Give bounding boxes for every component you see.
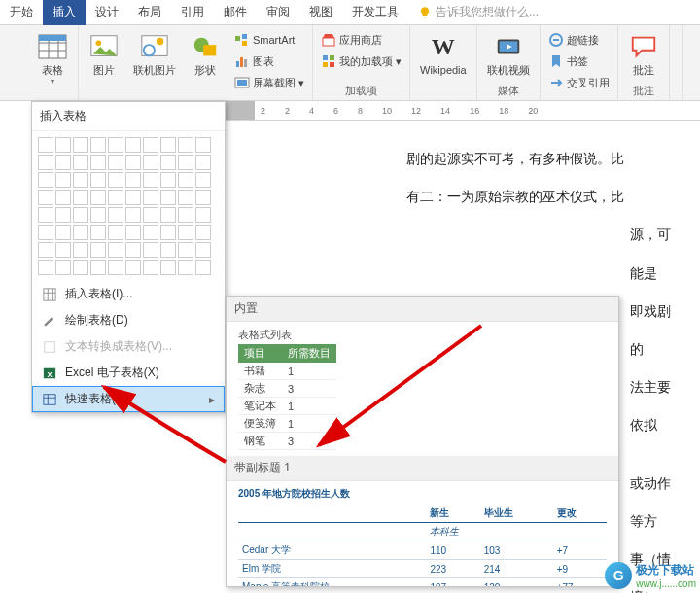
ribbon: 表格 ▾ 图片 联机图片 形状 SmartArt 图表 屏幕截图 ▾ 应用商店 … (0, 25, 700, 101)
svg-rect-20 (323, 62, 328, 67)
tab-insert[interactable]: 插入 (43, 0, 86, 25)
convert-icon (42, 339, 57, 355)
ribbon-edge (682, 25, 700, 100)
chart-button[interactable]: 图表 (232, 52, 306, 70)
ruler[interactable]: 22468101214161820 (226, 101, 700, 121)
crossref-icon (548, 75, 564, 90)
tab-references[interactable]: 引用 (171, 0, 214, 25)
table-button[interactable]: 表格 ▾ (33, 29, 72, 88)
svg-rect-19 (330, 55, 334, 60)
link-icon (548, 32, 564, 48)
tab-mail[interactable]: 邮件 (214, 0, 257, 25)
svg-text:X: X (47, 369, 52, 378)
gallery-item-tablelist[interactable]: 表格式列表 项目所需数目 书籍1 杂志3 笔记本1 便笺簿1 钢笔3 (227, 322, 618, 456)
grid-icon (42, 287, 57, 302)
tab-design[interactable]: 设计 (86, 0, 128, 25)
svg-rect-16 (237, 80, 247, 86)
svg-rect-26 (45, 341, 55, 352)
svg-rect-11 (242, 41, 247, 46)
quick-tables-gallery: 内置 表格式列表 项目所需数目 书籍1 杂志3 笔记本1 便笺簿1 钢笔3 带副… (226, 296, 619, 587)
svg-rect-14 (244, 59, 247, 67)
svg-rect-17 (323, 38, 334, 46)
svg-point-5 (157, 38, 164, 46)
svg-point-3 (96, 40, 102, 46)
gallery-section-builtin: 内置 (227, 296, 618, 322)
myaddins-button[interactable]: 我的加载项 ▾ (319, 52, 403, 70)
watermark-logo-icon: G (605, 562, 632, 589)
quick-table-icon (42, 392, 57, 407)
crossref-button[interactable]: 交叉引用 (546, 74, 612, 91)
chart-icon (234, 53, 250, 69)
svg-rect-1 (39, 35, 66, 41)
store-icon (321, 32, 336, 48)
screenshot-button[interactable]: 屏幕截图 ▾ (232, 74, 306, 91)
draw-table-menu[interactable]: 绘制表格(D) (32, 307, 225, 333)
svg-rect-10 (242, 34, 247, 39)
quick-tables-menu[interactable]: 快速表格(T)▸ (32, 386, 225, 412)
ribbon-tabs: 开始 插入 设计 布局 引用 邮件 审阅 视图 开发工具 告诉我您想做什么... (0, 0, 700, 25)
picture-icon (88, 31, 120, 62)
video-icon (493, 31, 524, 62)
tab-layout[interactable]: 布局 (128, 0, 171, 25)
bookmark-icon (548, 53, 564, 69)
wikipedia-button[interactable]: WWikipedia (416, 29, 471, 78)
table-icon (37, 31, 68, 62)
chevron-right-icon: ▸ (209, 393, 215, 406)
excel-icon: X (42, 366, 57, 381)
comment-button[interactable]: 批注 (624, 29, 663, 78)
online-video-button[interactable]: 联机视频 (483, 29, 534, 78)
bookmark-button[interactable]: 书签 (546, 52, 590, 70)
pencil-icon (42, 313, 57, 329)
table-size-grid[interactable] (32, 131, 225, 281)
gallery-section-subtitle1: 带副标题 1 (227, 456, 618, 481)
smartart-button[interactable]: SmartArt (232, 31, 306, 49)
watermark: G 极光下载站 www.j......com (605, 562, 696, 589)
svg-rect-25 (44, 288, 55, 299)
lightbulb-icon (418, 6, 432, 19)
wikipedia-icon: W (428, 31, 459, 62)
addins-group-label: 加载项 (319, 84, 403, 98)
svg-rect-29 (44, 394, 55, 404)
gallery-item-enrollment[interactable]: 2005 年地方院校招生人数 新生毕业生更改 本科生 Cedar 大学11010… (227, 481, 618, 587)
svg-rect-21 (330, 62, 334, 67)
store-button[interactable]: 应用商店 (319, 31, 384, 49)
insert-table-menu[interactable]: 插入表格(I)... (32, 281, 225, 307)
svg-rect-13 (240, 57, 243, 67)
comment-group-label: 批注 (624, 84, 663, 98)
shapes-button[interactable]: 形状 (186, 29, 225, 78)
convert-text-menu: 文本转换成表格(V)... (32, 333, 225, 360)
tab-view[interactable]: 视图 (299, 0, 342, 25)
tell-me[interactable]: 告诉我您想做什么... (418, 4, 539, 20)
tab-start[interactable]: 开始 (0, 0, 43, 25)
svg-rect-8 (203, 45, 216, 55)
media-group-label: 媒体 (483, 84, 534, 98)
table-dropdown: 插入表格 插入表格(I)... 绘制表格(D) 文本转换成表格(V)... XE… (31, 101, 226, 413)
table-dropdown-title: 插入表格 (32, 102, 225, 131)
online-picture-icon (139, 31, 170, 62)
online-picture-button[interactable]: 联机图片 (129, 29, 180, 78)
comment-icon (628, 31, 659, 62)
hyperlink-button[interactable]: 超链接 (546, 31, 601, 49)
addins-icon (321, 53, 336, 69)
svg-rect-9 (235, 36, 240, 41)
svg-rect-18 (323, 55, 328, 60)
tab-devtools[interactable]: 开发工具 (342, 0, 408, 25)
picture-button[interactable]: 图片 (85, 29, 123, 78)
smartart-icon (234, 32, 250, 48)
excel-table-menu[interactable]: XExcel 电子表格(X) (32, 360, 225, 386)
screenshot-icon (234, 75, 250, 90)
shapes-icon (190, 31, 221, 62)
svg-rect-12 (236, 61, 239, 67)
tab-review[interactable]: 审阅 (257, 0, 299, 25)
